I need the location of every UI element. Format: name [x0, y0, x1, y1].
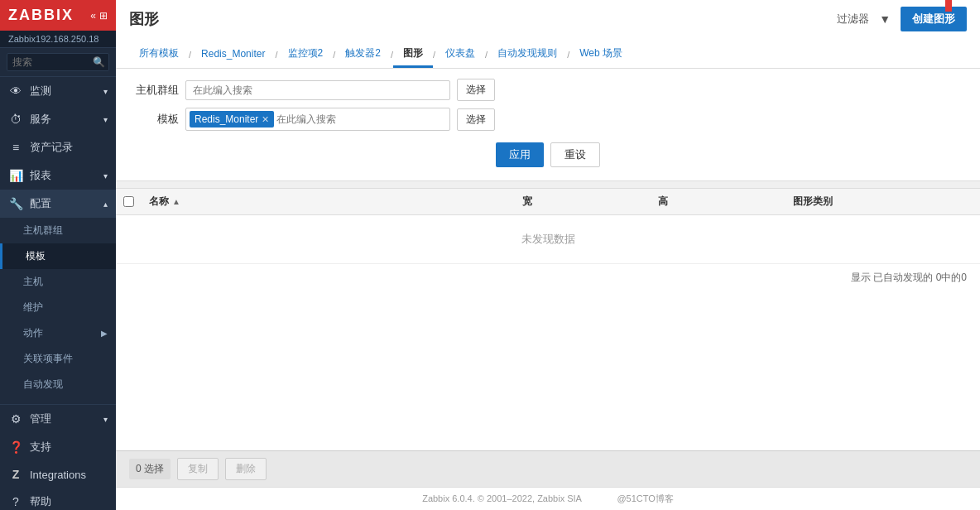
table-header-row: 名称 ▲ 宽 高 图形类别: [116, 188, 980, 215]
sidebar-sub-label: 模板: [26, 249, 46, 263]
main-content: 图形 过滤器 ▼ 创建图形 所有模板 / Redis_Mo: [116, 0, 980, 510]
sidebar-item-action[interactable]: 动作 ▶: [0, 320, 116, 346]
table-empty-message: 未发现数据: [116, 215, 980, 263]
selection-count: 0 选择: [129, 459, 171, 479]
sidebar-host-label: Zabbix192.168.250.18: [0, 31, 116, 48]
sort-arrow-icon[interactable]: ▲: [172, 197, 180, 206]
template-search-input[interactable]: [276, 111, 401, 128]
service-icon: ⏱: [8, 113, 23, 126]
arrow-indicator: [939, 0, 958, 18]
sidebar-logo: ZABBIX: [8, 7, 74, 24]
sidebar-header-icons: « ⊞: [90, 10, 108, 22]
select-all-checkbox[interactable]: [123, 196, 134, 207]
sidebar-search-area: 🔍: [0, 48, 116, 77]
header-right: 过滤器 ▼ 创建图形: [837, 7, 967, 31]
auto-discovery-count: 显示 已自动发现的 0中的0: [851, 271, 967, 285]
th-name-label: 名称: [149, 195, 169, 209]
collapse-icon[interactable]: «: [90, 10, 96, 22]
sidebar-nav: 👁 监测 ▾ ⏱ 服务 ▾ ≡ 资产记录 📊 报表 ▾ 🔧 配置 ▴ 主机群组 …: [0, 77, 116, 510]
tabs-row: 所有模板 / Redis_Moniter / 监控项2 / 触发器2 / 图形 …: [129, 41, 967, 68]
filter-buttons: 应用 重设: [129, 137, 967, 171]
monitor-icon: 👁: [8, 84, 23, 98]
tag-text: Redis_Moniter: [195, 113, 258, 125]
th-height-label: 高: [658, 195, 668, 207]
host-group-label: 主机群组: [129, 83, 179, 98]
filter-row-template: 模板 Redis_Moniter ✕ 选择: [129, 108, 967, 131]
sidebar-item-monitor[interactable]: 👁 监测 ▾: [0, 77, 116, 105]
reset-filter-btn[interactable]: 重设: [550, 142, 600, 167]
chevron-right-icon: ▶: [101, 329, 108, 338]
sidebar-item-label: Integrations: [30, 469, 86, 481]
tag-remove-btn[interactable]: ✕: [262, 114, 269, 125]
chevron-down-icon: ▾: [103, 415, 108, 424]
template-tag: Redis_Moniter ✕: [190, 111, 274, 128]
sidebar-sub-label: 动作: [23, 326, 43, 340]
chevron-down-icon: ▾: [103, 171, 108, 180]
th-type-label: 图形类别: [793, 195, 833, 207]
page-footer: Zabbix 6.0.4. © 2001–2022, Zabbix SIA @5…: [116, 487, 980, 510]
template-select-btn[interactable]: 选择: [457, 108, 495, 131]
page-title-row: 图形 过滤器 ▼ 创建图形: [129, 7, 967, 36]
th-check: [116, 190, 141, 213]
chevron-down-icon: ▾: [103, 115, 108, 124]
sidebar-item-support[interactable]: ❓ 支持: [0, 433, 116, 461]
th-height: 高: [650, 189, 785, 214]
filter-label: 过滤器: [837, 12, 869, 26]
table-footer: 显示 已自动发现的 0中的0: [116, 263, 980, 291]
support-icon: ❓: [8, 440, 23, 454]
apply-filter-btn[interactable]: 应用: [496, 142, 544, 167]
tab-dashboard[interactable]: 仪表盘: [435, 41, 485, 68]
tab-redis-monitor[interactable]: Redis_Moniter: [191, 43, 275, 67]
th-width-label: 宽: [522, 195, 532, 207]
sidebar-sub-label: 自动发现: [23, 378, 63, 392]
sidebar-item-admin[interactable]: ⚙ 管理 ▾: [0, 405, 116, 433]
th-type: 图形类别: [785, 189, 980, 214]
tab-monitor-items[interactable]: 监控项2: [278, 41, 334, 68]
footer-copyright: Zabbix 6.0.4. © 2001–2022, Zabbix SIA: [422, 493, 581, 503]
admin-icon: ⚙: [8, 412, 23, 426]
filter-row-host-group: 主机群组 选择: [129, 79, 967, 101]
sidebar-item-label: 帮助: [30, 494, 51, 509]
expand-icon[interactable]: ⊞: [99, 10, 108, 22]
help-icon: ?: [8, 495, 23, 508]
sidebar-header: ZABBIX « ⊞: [0, 0, 116, 31]
sidebar-item-service[interactable]: ⏱ 服务 ▾: [0, 105, 116, 133]
sidebar-item-integrations[interactable]: Z Integrations: [0, 461, 116, 488]
filter-toggle-btn[interactable]: ▼: [876, 9, 894, 29]
sidebar-item-config[interactable]: 🔧 配置 ▴: [0, 190, 116, 218]
integrations-icon: Z: [8, 468, 23, 481]
sidebar-item-host-group[interactable]: 主机群组: [0, 218, 116, 243]
table-section: 名称 ▲ 宽 高 图形类别 未发现数据 显示 已自动发现的 0中的0: [116, 188, 980, 450]
sidebar-item-template[interactable]: 模板: [0, 243, 116, 269]
sidebar-sub-label: 主机群组: [23, 224, 63, 238]
sidebar-item-auto-disc[interactable]: 自动发现: [0, 372, 116, 397]
tab-web-scenarios[interactable]: Web 场景: [569, 41, 632, 68]
delete-button[interactable]: 删除: [225, 458, 267, 480]
assets-icon: ≡: [8, 141, 23, 154]
tab-triggers[interactable]: 触发器2: [335, 41, 391, 68]
tab-auto-discovery[interactable]: 自动发现规则: [488, 41, 567, 68]
footer-right-text: @51CTO博客: [617, 493, 673, 503]
svg-rect-1: [945, 0, 952, 12]
sidebar-item-assets[interactable]: ≡ 资产记录: [0, 133, 116, 161]
search-icon: 🔍: [93, 56, 105, 68]
sidebar-item-label: 服务: [30, 112, 51, 127]
sidebar-item-host[interactable]: 主机: [0, 269, 116, 295]
sidebar-item-label: 支持: [30, 440, 51, 455]
sidebar-item-help[interactable]: ? 帮助: [0, 488, 116, 510]
sidebar-item-maintenance[interactable]: 维护: [0, 295, 116, 320]
tab-graphs[interactable]: 图形: [393, 41, 433, 68]
sidebar-item-corr-event[interactable]: 关联项事件: [0, 346, 116, 372]
template-tag-container[interactable]: Redis_Moniter ✕: [185, 108, 450, 131]
sidebar-sub-label: 维护: [23, 301, 43, 315]
host-group-input[interactable]: [185, 80, 450, 100]
filter-section: 主机群组 选择 模板 Redis_Moniter ✕ 选择 应用 重设: [116, 69, 980, 181]
th-name: 名称 ▲: [141, 189, 514, 214]
sidebar-item-label: 资产记录: [30, 140, 73, 155]
sidebar-item-reports[interactable]: 📊 报表 ▾: [0, 161, 116, 190]
host-group-select-btn[interactable]: 选择: [457, 79, 495, 101]
sidebar-item-label: 配置: [30, 196, 51, 211]
page-header: 图形 过滤器 ▼ 创建图形 所有模板 / Redis_Mo: [116, 0, 980, 69]
tab-all-templates[interactable]: 所有模板: [129, 41, 189, 68]
copy-button[interactable]: 复制: [177, 458, 219, 480]
